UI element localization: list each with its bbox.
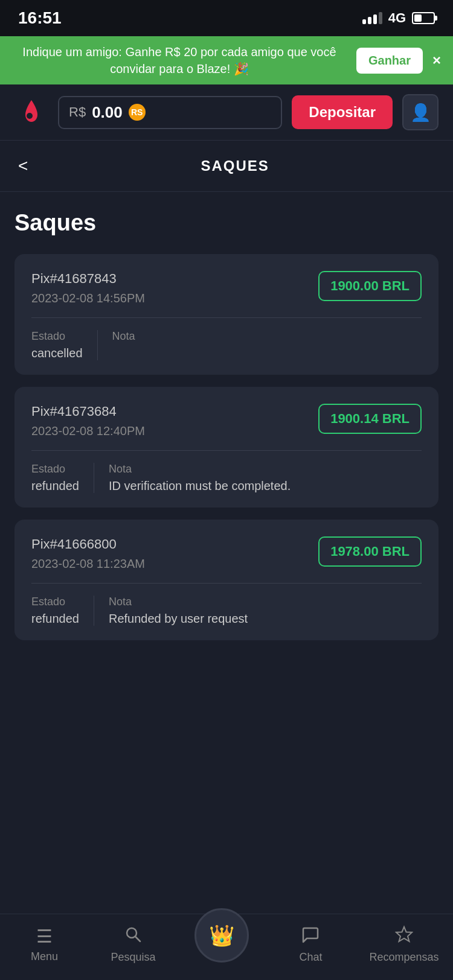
status-value: refunded [31, 612, 79, 626]
withdrawal-card: Pix#41666800 2023-02-08 11:23AM 1978.00 … [14, 520, 439, 640]
note-label: Nota [109, 463, 422, 476]
card-top: Pix#41687843 2023-02-08 14:56PM 1900.00 … [31, 271, 422, 305]
status-icons: 4G [362, 10, 435, 26]
card-status: Estado refunded [31, 596, 94, 626]
card-date: 2023-02-08 14:56PM [31, 291, 145, 305]
note-value: ID verification must be completed. [109, 479, 422, 493]
status-value: cancelled [31, 346, 83, 360]
nav-label-pesquisa: Pesquisa [111, 951, 155, 964]
card-divider [31, 583, 422, 584]
nav-item-recompensas[interactable]: Recompensas [369, 925, 439, 964]
card-info: Pix#41666800 2023-02-08 11:23AM [31, 536, 145, 571]
card-date: 2023-02-08 12:40PM [31, 424, 145, 438]
status-label: Estado [31, 463, 79, 476]
search-icon [124, 925, 142, 947]
section-title: Saques [14, 210, 439, 236]
card-id: Pix#41687843 [31, 271, 145, 287]
svg-line-2 [135, 937, 140, 941]
card-note: Nota Refunded by user request [109, 596, 422, 626]
balance-box: R$ 0.00 RS [58, 96, 282, 129]
back-button[interactable]: < [18, 154, 35, 178]
app-logo[interactable] [14, 95, 48, 129]
nav-item-home[interactable]: 👑 [191, 926, 252, 962]
card-divider [31, 450, 422, 451]
amount-badge: 1900.00 BRL [318, 271, 422, 301]
battery-icon [412, 12, 435, 24]
home-center-button[interactable]: 👑 [194, 908, 249, 962]
banner-close-button[interactable]: × [432, 52, 441, 69]
status-label: Estado [31, 330, 83, 343]
withdrawals-list: Pix#41687843 2023-02-08 14:56PM 1900.00 … [14, 254, 439, 640]
note-label: Nota [112, 330, 422, 343]
card-id: Pix#41673684 [31, 404, 145, 419]
promo-banner: Indique um amigo: Ganhe R$ 20 por cada a… [0, 36, 453, 84]
nav-label-menu: Menu [31, 950, 58, 963]
main-content: Saques Pix#41687843 2023-02-08 14:56PM 1… [0, 192, 453, 670]
signal-bars-icon [362, 12, 382, 24]
chat-icon [301, 925, 320, 947]
note-value: Refunded by user request [109, 612, 422, 626]
nav-label-chat: Chat [299, 951, 322, 964]
card-divider [31, 317, 422, 318]
crown-icon: 👑 [209, 923, 234, 947]
withdrawal-card: Pix#41687843 2023-02-08 14:56PM 1900.00 … [14, 254, 439, 375]
status-label: Estado [31, 596, 79, 608]
bottom-nav: ☰ Menu Pesquisa 👑 Chat Recompensas [0, 914, 453, 980]
amount-badge: 1900.14 BRL [318, 404, 422, 434]
card-id: Pix#41666800 [31, 536, 145, 552]
card-top: Pix#41666800 2023-02-08 11:23AM 1978.00 … [31, 536, 422, 571]
card-bottom: Estado cancelled Nota [31, 330, 422, 360]
nav-item-pesquisa[interactable]: Pesquisa [103, 925, 163, 964]
network-label: 4G [388, 10, 406, 26]
withdrawal-card: Pix#41673684 2023-02-08 12:40PM 1900.14 … [14, 387, 439, 508]
menu-icon: ☰ [36, 926, 53, 947]
card-note: Nota [112, 330, 422, 360]
status-bar: 16:51 4G [0, 0, 453, 36]
app-header: R$ 0.00 RS Depositar 👤 [0, 84, 453, 141]
status-value: refunded [31, 479, 79, 493]
balance-amount: 0.00 [92, 103, 123, 122]
card-info: Pix#41673684 2023-02-08 12:40PM [31, 404, 145, 438]
profile-icon: 👤 [410, 103, 431, 122]
rs-badge: RS [129, 104, 146, 121]
card-top: Pix#41673684 2023-02-08 12:40PM 1900.14 … [31, 404, 422, 438]
nav-label-recompensas: Recompensas [369, 951, 439, 964]
svg-marker-3 [396, 927, 412, 941]
page-title: SAQUES [35, 158, 435, 174]
deposit-button[interactable]: Depositar [292, 95, 393, 129]
profile-button[interactable]: 👤 [402, 94, 439, 130]
card-bottom: Estado refunded Nota ID verification mus… [31, 463, 422, 493]
card-status: Estado cancelled [31, 330, 98, 360]
card-bottom: Estado refunded Nota Refunded by user re… [31, 596, 422, 626]
balance-currency: R$ [69, 104, 86, 120]
ganhar-button[interactable]: Ganhar [356, 48, 423, 74]
card-info: Pix#41687843 2023-02-08 14:56PM [31, 271, 145, 305]
page-header: < SAQUES [0, 141, 453, 192]
star-icon [395, 925, 413, 947]
status-time: 16:51 [18, 8, 62, 28]
note-label: Nota [109, 596, 422, 608]
banner-text: Indique um amigo: Ganhe R$ 20 por cada a… [12, 43, 347, 77]
card-date: 2023-02-08 11:23AM [31, 557, 145, 571]
nav-item-menu[interactable]: ☰ Menu [14, 926, 74, 963]
card-note: Nota ID verification must be completed. [109, 463, 422, 493]
nav-item-chat[interactable]: Chat [280, 925, 341, 964]
card-status: Estado refunded [31, 463, 94, 493]
svg-point-0 [27, 113, 33, 119]
amount-badge: 1978.00 BRL [318, 536, 422, 567]
